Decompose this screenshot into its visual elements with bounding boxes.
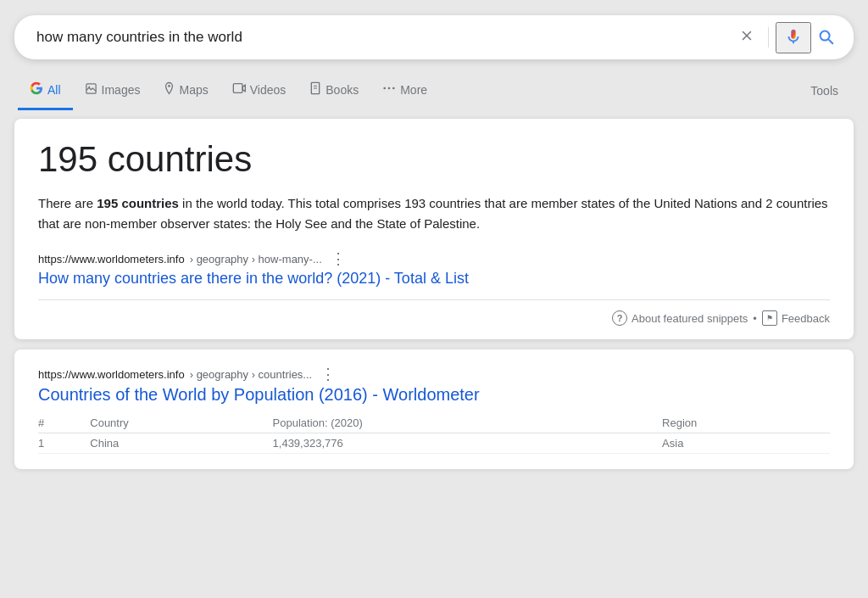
nav-tabs: All Images Maps Videos xyxy=(14,73,854,110)
tab-more[interactable]: More xyxy=(370,74,439,109)
snippet-divider xyxy=(38,299,830,300)
source-more-button[interactable]: ⋮ xyxy=(327,251,349,266)
about-snippets-button[interactable]: ? About featured snippets xyxy=(612,310,748,326)
tab-books-label: Books xyxy=(326,83,359,97)
snippet-footer: ? About featured snippets • ⚑ Feedback xyxy=(38,310,830,326)
svg-point-8 xyxy=(388,87,391,90)
second-result-card: https://www.worldometers.info › geograph… xyxy=(14,349,854,469)
about-snippets-label: About featured snippets xyxy=(632,312,748,325)
svg-point-7 xyxy=(384,87,387,90)
result-more-button[interactable]: ⋮ xyxy=(317,366,339,382)
answer-description: There are 195 countries in the world tod… xyxy=(38,193,830,234)
svg-point-2 xyxy=(169,85,171,87)
tab-maps-label: Maps xyxy=(179,83,208,97)
feedback-icon: ⚑ xyxy=(762,310,777,326)
dot-separator: • xyxy=(753,312,757,325)
table-cell-rank: 1 xyxy=(38,433,90,454)
tab-all-label: All xyxy=(47,83,61,97)
tab-more-label: More xyxy=(400,83,427,97)
more-dots-icon xyxy=(382,82,396,97)
tab-videos[interactable]: Videos xyxy=(220,74,298,109)
featured-snippet-link[interactable]: How many countries are there in the worl… xyxy=(38,270,830,288)
google-g-icon xyxy=(30,81,43,98)
result-source-domain: https://www.worldometers.info xyxy=(38,368,185,381)
mic-button[interactable] xyxy=(776,22,811,53)
table-header-population: Population: (2020) xyxy=(273,413,663,433)
tab-all[interactable]: All xyxy=(18,73,73,110)
search-bar: how many countries in the world xyxy=(14,15,854,59)
result-source-row: https://www.worldometers.info › geograph… xyxy=(38,366,830,382)
source-breadcrumb: › geography › how-many-... xyxy=(190,253,322,265)
svg-rect-3 xyxy=(233,84,242,93)
featured-snippet-card: 195 countries There are 195 countries in… xyxy=(14,119,854,339)
tab-videos-label: Videos xyxy=(250,83,287,97)
table-header-region: Region xyxy=(662,413,830,433)
feedback-button[interactable]: ⚑ Feedback xyxy=(762,310,830,326)
feedback-label: Feedback xyxy=(782,312,830,325)
tab-maps[interactable]: Maps xyxy=(152,73,220,110)
images-icon xyxy=(85,82,97,98)
table-cell-region: Asia xyxy=(662,433,830,454)
table-cell-population: 1,439,323,776 xyxy=(273,433,663,454)
table-header-hash: # xyxy=(38,413,90,433)
search-divider xyxy=(768,27,769,48)
source-url-row: https://www.worldometers.info › geograph… xyxy=(38,251,830,266)
videos-icon xyxy=(232,82,246,97)
table-row: 1 China 1,439,323,776 Asia xyxy=(38,433,830,454)
maps-icon xyxy=(164,81,175,98)
tab-books[interactable]: Books xyxy=(298,73,370,110)
table-header-country: Country xyxy=(90,413,272,433)
description-bold: 195 countries xyxy=(97,196,179,210)
description-plain: There are xyxy=(38,196,97,210)
tab-images-label: Images xyxy=(102,83,141,97)
search-button[interactable] xyxy=(811,24,840,52)
search-clear-button[interactable] xyxy=(732,25,761,51)
question-icon: ? xyxy=(612,310,627,326)
result-table: # Country Population: (2020) Region 1 Ch… xyxy=(38,413,830,454)
answer-headline: 195 countries xyxy=(38,139,830,180)
source-domain: https://www.worldometers.info xyxy=(38,253,185,265)
result-link[interactable]: Countries of the World by Population (20… xyxy=(38,385,830,405)
books-icon xyxy=(309,81,321,98)
svg-point-9 xyxy=(392,87,395,90)
tab-images[interactable]: Images xyxy=(73,74,153,110)
result-source-breadcrumb: › geography › countries... xyxy=(190,368,313,381)
search-input[interactable]: how many countries in the world xyxy=(36,29,732,46)
table-cell-country: China xyxy=(90,433,272,454)
tools-button[interactable]: Tools xyxy=(798,75,850,108)
